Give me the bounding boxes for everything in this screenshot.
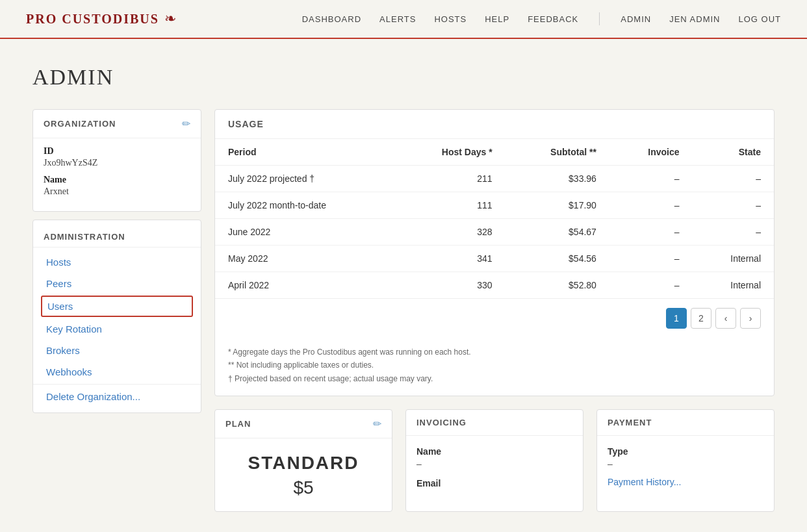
col-subtotal: Subtotal ** [506, 139, 609, 166]
sidebar-item-brokers[interactable]: Brokers [33, 340, 201, 361]
main-content: ADMIN ORGANIZATION ✏ ID Jxo9hwYzS4Z Name… [0, 39, 807, 532]
invoicing-name-label: Name [416, 446, 572, 457]
plan-edit-icon[interactable]: ✏ [373, 418, 381, 430]
nav-help[interactable]: HELP [485, 14, 509, 24]
plan-title: PLAN [225, 419, 251, 429]
cell-subtotal: $54.67 [506, 219, 609, 246]
payment-body: Type – Payment History... [597, 436, 774, 498]
cell-host-days: 111 [394, 192, 505, 219]
cell-state: Internal [693, 246, 774, 272]
cell-period: July 2022 month-to-date [215, 192, 394, 219]
cell-invoice: – [609, 219, 693, 246]
invoicing-card: INVOICING Name – Email [405, 409, 583, 512]
sidebar-item-peers[interactable]: Peers [33, 273, 201, 294]
pagination: 1 2 ‹ › [215, 298, 774, 338]
page-btn-1[interactable]: 1 [666, 308, 687, 329]
col-host-days: Host Days * [394, 139, 505, 166]
nav-feedback[interactable]: FEEDBACK [528, 14, 578, 24]
cell-period: April 2022 [215, 272, 394, 299]
logo-icon: ❧ [164, 10, 176, 27]
payment-type-value: – [608, 459, 763, 469]
organization-card: ORGANIZATION ✏ ID Jxo9hwYzS4Z Name Arxne… [32, 109, 201, 212]
sidebar-item-delete-org[interactable]: Delete Organization... [33, 386, 201, 407]
logo-text: PRO CUSTODIBUS [26, 12, 159, 27]
invoicing-body: Name – Email [406, 436, 583, 501]
page-prev-btn[interactable]: ‹ [715, 308, 736, 329]
nav-divider [599, 12, 600, 25]
cell-host-days: 211 [394, 166, 505, 192]
administration-card: ADMINISTRATION Hosts Peers Users Key Rot… [32, 220, 201, 413]
admin-nav-divider [33, 384, 201, 385]
cell-period: July 2022 projected † [215, 166, 394, 192]
col-period: Period [215, 139, 394, 166]
org-id-label: ID [44, 146, 190, 157]
cell-subtotal: $52.80 [506, 272, 609, 299]
footnote-3: † Projected based on recent usage; actua… [228, 372, 761, 385]
footnote-1: * Aggregate days the Pro Custodibus agen… [228, 346, 761, 359]
cell-state: – [693, 219, 774, 246]
cell-invoice: – [609, 192, 693, 219]
footnote-2: ** Not including applicable taxes or dut… [228, 359, 761, 372]
cell-host-days: 341 [394, 246, 505, 272]
invoicing-email-label: Email [416, 478, 572, 488]
logo: PRO CUSTODIBUS ❧ [26, 10, 176, 27]
col-state: State [693, 139, 774, 166]
cell-period: May 2022 [215, 246, 394, 272]
usage-table: Period Host Days * Subtotal ** Invoice S… [215, 139, 774, 298]
nav-admin[interactable]: ADMIN [621, 14, 651, 24]
cell-subtotal: $17.90 [506, 192, 609, 219]
table-row: June 2022 328 $54.67 – – [215, 219, 774, 246]
invoicing-header: INVOICING [406, 410, 583, 436]
organization-title: ORGANIZATION [44, 119, 116, 129]
cell-host-days: 328 [394, 219, 505, 246]
cell-state: – [693, 166, 774, 192]
cell-invoice: – [609, 272, 693, 299]
plan-card: PLAN ✏ STANDARD $5 [214, 409, 392, 512]
org-name-label: Name [44, 175, 190, 185]
table-row: April 2022 330 $52.80 – Internal [215, 272, 774, 299]
navbar: PRO CUSTODIBUS ❧ DASHBOARD ALERTS HOSTS … [0, 0, 807, 39]
payment-type-label: Type [608, 446, 763, 457]
organization-body: ID Jxo9hwYzS4Z Name Arxnet [33, 138, 201, 211]
nav-jen-admin[interactable]: JEN ADMIN [669, 14, 720, 24]
org-id-value: Jxo9hwYzS4Z [44, 158, 190, 168]
sidebar-item-webhooks[interactable]: Webhooks [33, 361, 201, 383]
page-btn-2[interactable]: 2 [691, 308, 711, 329]
cell-invoice: – [609, 166, 693, 192]
table-row: July 2022 projected † 211 $33.96 – – [215, 166, 774, 192]
col-invoice: Invoice [609, 139, 693, 166]
table-row: July 2022 month-to-date 111 $17.90 – – [215, 192, 774, 219]
sidebar-item-users[interactable]: Users [41, 296, 193, 317]
nav-logout[interactable]: LOG OUT [738, 14, 781, 24]
usage-title: USAGE [215, 110, 774, 139]
org-name-value: Arxnet [44, 186, 190, 197]
plan-header: PLAN ✏ [215, 410, 392, 438]
payment-card: PAYMENT Type – Payment History... [596, 409, 775, 512]
plan-body: STANDARD $5 [215, 438, 392, 511]
sidebar-item-hosts[interactable]: Hosts [33, 251, 201, 273]
organization-edit-icon[interactable]: ✏ [182, 118, 190, 130]
page-title: ADMIN [32, 65, 775, 90]
usage-card: USAGE Period Host Days * Subtotal ** Inv… [214, 109, 775, 396]
payment-history-link[interactable]: Payment History... [608, 477, 681, 487]
table-row: May 2022 341 $54.56 – Internal [215, 246, 774, 272]
nav-alerts[interactable]: ALERTS [379, 14, 416, 24]
administration-title: ADMINISTRATION [33, 225, 201, 247]
cell-state: Internal [693, 272, 774, 299]
content-layout: ORGANIZATION ✏ ID Jxo9hwYzS4Z Name Arxne… [32, 109, 775, 512]
plan-name: STANDARD [225, 449, 381, 474]
cell-subtotal: $33.96 [506, 166, 609, 192]
cell-subtotal: $54.56 [506, 246, 609, 272]
main-panel: USAGE Period Host Days * Subtotal ** Inv… [214, 109, 775, 512]
nav-links: DASHBOARD ALERTS HOSTS HELP FEEDBACK ADM… [302, 12, 781, 25]
nav-hosts[interactable]: HOSTS [434, 14, 467, 24]
sidebar: ORGANIZATION ✏ ID Jxo9hwYzS4Z Name Arxne… [32, 109, 201, 413]
sidebar-item-key-rotation[interactable]: Key Rotation [33, 318, 201, 340]
cell-period: June 2022 [215, 219, 394, 246]
invoicing-name-value: – [416, 459, 572, 469]
nav-dashboard[interactable]: DASHBOARD [302, 14, 361, 24]
page-next-btn[interactable]: › [740, 308, 761, 329]
bottom-cards: PLAN ✏ STANDARD $5 INVOICING Name [214, 409, 775, 512]
cell-host-days: 330 [394, 272, 505, 299]
cell-invoice: – [609, 246, 693, 272]
